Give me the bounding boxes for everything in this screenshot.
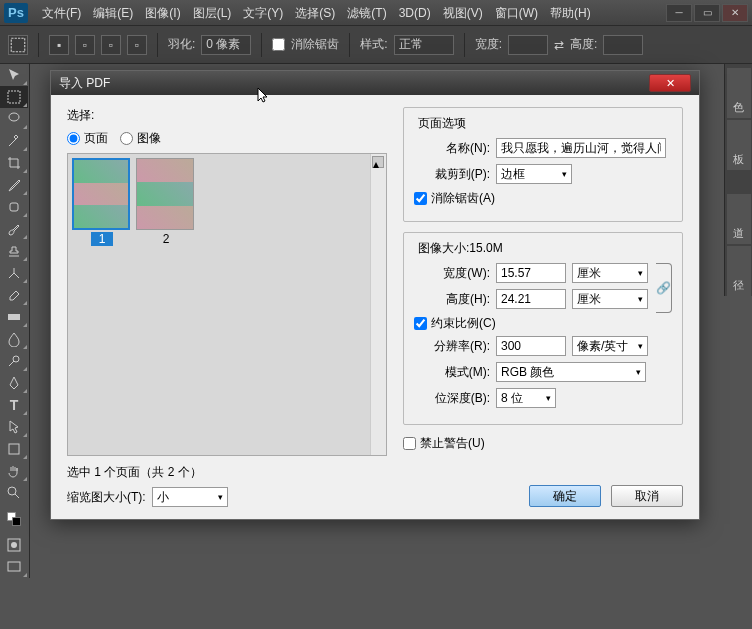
hand-tool[interactable] <box>0 460 28 482</box>
selection-add-icon[interactable]: ▫ <box>75 35 95 55</box>
app-menubar: Ps 文件(F) 编辑(E) 图像(I) 图层(L) 文字(Y) 选择(S) 滤… <box>0 0 752 26</box>
menu-select[interactable]: 选择(S) <box>289 0 341 26</box>
thumb-label: 2 <box>163 232 170 246</box>
svg-rect-0 <box>11 38 25 52</box>
wand-tool[interactable] <box>0 130 28 152</box>
menu-type[interactable]: 文字(Y) <box>237 0 289 26</box>
window-controls: ─ ▭ ✕ <box>666 4 748 22</box>
colors-swap[interactable] <box>0 504 28 534</box>
app-logo: Ps <box>4 3 28 23</box>
path-select-tool[interactable] <box>0 416 28 438</box>
thumbnail-1[interactable]: 1 <box>72 158 132 246</box>
minimize-button[interactable]: ─ <box>666 4 692 22</box>
zoom-tool[interactable] <box>0 482 28 504</box>
antialias-checkbox[interactable] <box>414 192 427 205</box>
menu-help[interactable]: 帮助(H) <box>544 0 597 26</box>
screen-mode[interactable] <box>0 556 28 578</box>
eraser-tool[interactable] <box>0 284 28 306</box>
svg-rect-3 <box>10 203 18 211</box>
constrain-checkbox[interactable] <box>414 317 427 330</box>
svg-point-11 <box>11 542 17 548</box>
svg-rect-12 <box>8 562 20 571</box>
height-input[interactable] <box>603 35 643 55</box>
ok-button[interactable]: 确定 <box>529 485 601 507</box>
heal-tool[interactable] <box>0 196 28 218</box>
brush-tool[interactable] <box>0 218 28 240</box>
cancel-button[interactable]: 取消 <box>611 485 683 507</box>
menu-file[interactable]: 文件(F) <box>36 0 87 26</box>
selection-intersect-icon[interactable]: ▫ <box>127 35 147 55</box>
thumbnail-2[interactable]: 2 <box>136 158 196 246</box>
style-select[interactable]: 正常 <box>394 35 454 55</box>
close-button[interactable]: ✕ <box>722 4 748 22</box>
thumbsize-label: 缩览图大小(T): <box>67 489 146 506</box>
style-label: 样式: <box>360 36 387 53</box>
move-tool[interactable] <box>0 64 28 86</box>
quick-mask[interactable] <box>0 534 28 556</box>
menu-view[interactable]: 视图(V) <box>437 0 489 26</box>
menu-image[interactable]: 图像(I) <box>139 0 186 26</box>
crop-tool[interactable] <box>0 152 28 174</box>
svg-point-2 <box>9 113 19 121</box>
dodge-tool[interactable] <box>0 350 28 372</box>
antialias-label: 消除锯齿(A) <box>431 190 495 207</box>
link-icon[interactable]: 🔗 <box>656 263 672 313</box>
gradient-tool[interactable] <box>0 306 28 328</box>
shape-tool[interactable] <box>0 438 28 460</box>
maximize-button[interactable]: ▭ <box>694 4 720 22</box>
panel-paths[interactable]: 径 <box>727 246 751 296</box>
pen-tool[interactable] <box>0 372 28 394</box>
width-input[interactable] <box>496 263 566 283</box>
radio-page[interactable]: 页面 <box>67 130 108 147</box>
width-label: 宽度(W): <box>414 265 490 282</box>
resolution-unit-select[interactable]: 像素/英寸 <box>572 336 648 356</box>
mode-select[interactable]: RGB 颜色 <box>496 362 646 382</box>
dialog-titlebar[interactable]: 导入 PDF ✕ <box>51 71 699 95</box>
width-input[interactable] <box>508 35 548 55</box>
image-size-title: 图像大小:15.0M <box>414 240 507 257</box>
dialog-close-button[interactable]: ✕ <box>649 74 691 92</box>
history-brush-tool[interactable] <box>0 262 28 284</box>
svg-rect-1 <box>8 91 20 103</box>
suppress-warnings-checkbox[interactable] <box>403 437 416 450</box>
height-input[interactable] <box>496 289 566 309</box>
marquee-tool[interactable] <box>0 86 28 108</box>
lasso-tool[interactable] <box>0 108 28 130</box>
suppress-warnings-label: 禁止警告(U) <box>420 435 485 452</box>
width-unit-select[interactable]: 厘米 <box>572 263 648 283</box>
thumbsize-select[interactable]: 小 <box>152 487 228 507</box>
panel-color[interactable]: 色 <box>727 68 751 118</box>
swap-icon[interactable]: ⇄ <box>554 38 564 52</box>
page-options-fieldset: 页面选项 名称(N): 裁剪到(P): 边框 消除锯齿(A) <box>403 107 683 222</box>
menu-edit[interactable]: 编辑(E) <box>87 0 139 26</box>
page-options-title: 页面选项 <box>414 115 470 132</box>
radio-image[interactable]: 图像 <box>120 130 161 147</box>
feather-input[interactable] <box>201 35 251 55</box>
mode-label: 模式(M): <box>414 364 490 381</box>
depth-select[interactable]: 8 位 <box>496 388 556 408</box>
thumbnail-area[interactable]: 1 2 ▴ <box>67 153 387 456</box>
thumb-scrollbar[interactable]: ▴ <box>370 154 386 455</box>
type-tool[interactable]: T <box>0 394 28 416</box>
panels-dock: 色 板 道 径 <box>724 64 752 296</box>
marquee-tool-icon[interactable] <box>8 35 28 55</box>
menu-layer[interactable]: 图层(L) <box>187 0 238 26</box>
thumb-label: 1 <box>91 232 114 246</box>
name-input[interactable] <box>496 138 666 158</box>
height-unit-select[interactable]: 厘米 <box>572 289 648 309</box>
menu-filter[interactable]: 滤镜(T) <box>341 0 392 26</box>
selection-subtract-icon[interactable]: ▫ <box>101 35 121 55</box>
panel-swatches[interactable]: 板 <box>727 120 751 170</box>
svg-point-7 <box>8 487 16 495</box>
selection-new-icon[interactable]: ▪ <box>49 35 69 55</box>
panel-channels[interactable]: 道 <box>727 194 751 244</box>
crop-select[interactable]: 边框 <box>496 164 572 184</box>
stamp-tool[interactable] <box>0 240 28 262</box>
menu-window[interactable]: 窗口(W) <box>489 0 544 26</box>
feather-label: 羽化: <box>168 36 195 53</box>
antialias-checkbox[interactable] <box>272 38 285 51</box>
eyedropper-tool[interactable] <box>0 174 28 196</box>
blur-tool[interactable] <box>0 328 28 350</box>
resolution-input[interactable] <box>496 336 566 356</box>
menu-3d[interactable]: 3D(D) <box>393 0 437 26</box>
